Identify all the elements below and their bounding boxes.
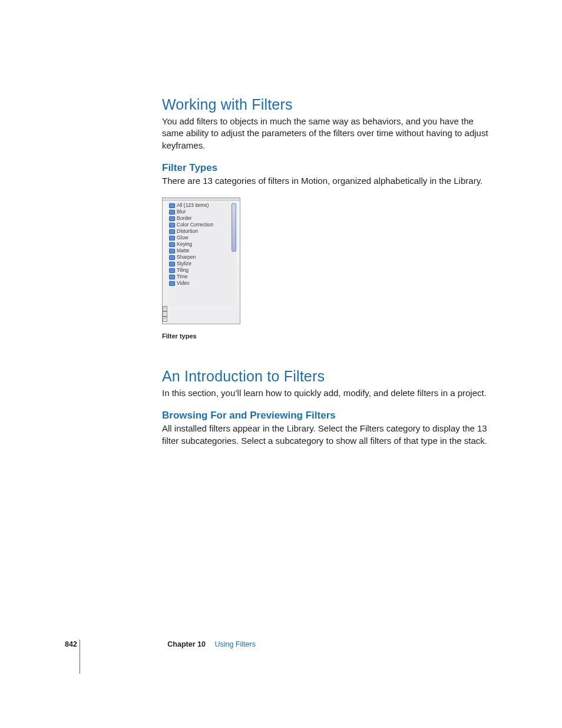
page: Working with Filters You add filters to … bbox=[0, 0, 562, 728]
folder-icon bbox=[169, 216, 175, 221]
list-item-label: Stylize bbox=[177, 261, 191, 267]
paragraph-intro: You add filters to objects in much the s… bbox=[162, 116, 492, 151]
heading-intro-to-filters: An Introduction to Filters bbox=[162, 368, 492, 385]
list-item[interactable]: Sharpen bbox=[168, 254, 236, 261]
list-item-label: Tiling bbox=[177, 267, 189, 274]
list-item[interactable]: Distortion bbox=[168, 228, 236, 235]
paragraph-filter-types: There are 13 categories of filters in Mo… bbox=[162, 175, 492, 187]
folder-icon bbox=[169, 249, 175, 253]
subheading-filter-types: Filter Types bbox=[162, 162, 492, 174]
figure-library: All (123 items) Blur Border Color Correc… bbox=[162, 197, 492, 340]
folder-icon bbox=[169, 255, 175, 260]
list-item[interactable]: All (123 items) bbox=[168, 202, 236, 209]
folder-icon bbox=[169, 223, 175, 228]
list-item-label: Distortion bbox=[177, 228, 198, 235]
list-item[interactable]: Keying bbox=[168, 241, 236, 248]
list-item[interactable]: Glow bbox=[168, 235, 236, 241]
list-item-label: All (123 items) bbox=[177, 202, 209, 209]
list-item[interactable]: Color Correction bbox=[168, 222, 236, 228]
folder-icon bbox=[169, 242, 175, 247]
list-item-label: Keying bbox=[177, 241, 192, 248]
folder-icon bbox=[169, 275, 175, 279]
page-footer: 842 Chapter 10 Using Filters bbox=[65, 640, 501, 648]
chapter-number: Chapter 10 bbox=[167, 640, 206, 648]
folder-icon bbox=[169, 281, 175, 286]
scrollbar[interactable] bbox=[232, 203, 236, 252]
paragraph-intro2: In this section, you’ll learn how to qui… bbox=[162, 387, 492, 399]
figure-caption: Filter types bbox=[162, 332, 492, 340]
page-number: 842 bbox=[65, 640, 77, 648]
list-item-label: Glow bbox=[177, 235, 188, 241]
library-footer-controls: + - • bbox=[163, 306, 166, 324]
add-button[interactable]: + bbox=[163, 306, 167, 311]
content-column: Working with Filters You add filters to … bbox=[162, 96, 492, 457]
paragraph-browsing: All installed filters appear in the Libr… bbox=[162, 423, 492, 447]
folder-icon bbox=[169, 236, 175, 241]
action-button[interactable]: • bbox=[163, 317, 167, 322]
folder-icon bbox=[169, 210, 175, 215]
list-item[interactable]: Tiling bbox=[168, 267, 236, 274]
library-panel: All (123 items) Blur Border Color Correc… bbox=[162, 197, 240, 324]
list-item-label: Time bbox=[177, 274, 188, 280]
list-item[interactable]: Stylize bbox=[168, 261, 236, 267]
subheading-browsing: Browsing For and Previewing Filters bbox=[162, 410, 492, 421]
library-header bbox=[163, 198, 240, 201]
folder-icon bbox=[169, 268, 175, 273]
list-item[interactable]: Video bbox=[168, 280, 236, 286]
list-item[interactable]: Matte bbox=[168, 248, 236, 254]
list-item[interactable]: Blur bbox=[168, 209, 236, 215]
folder-icon bbox=[169, 262, 175, 266]
library-list: All (123 items) Blur Border Color Correc… bbox=[168, 202, 236, 306]
remove-button[interactable]: - bbox=[163, 311, 167, 317]
list-item-label: Color Correction bbox=[177, 222, 213, 228]
list-item[interactable]: Border bbox=[168, 215, 236, 222]
folder-icon bbox=[169, 229, 175, 234]
heading-working-with-filters: Working with Filters bbox=[162, 96, 492, 113]
list-item-label: Matte bbox=[177, 248, 189, 254]
folder-icon bbox=[169, 203, 175, 208]
list-item[interactable]: Time bbox=[168, 274, 236, 280]
list-item-label: Border bbox=[177, 215, 192, 222]
list-item-label: Video bbox=[177, 280, 190, 286]
list-item-label: Blur bbox=[177, 209, 186, 215]
chapter-title: Using Filters bbox=[214, 640, 255, 648]
list-item-label: Sharpen bbox=[177, 254, 196, 261]
